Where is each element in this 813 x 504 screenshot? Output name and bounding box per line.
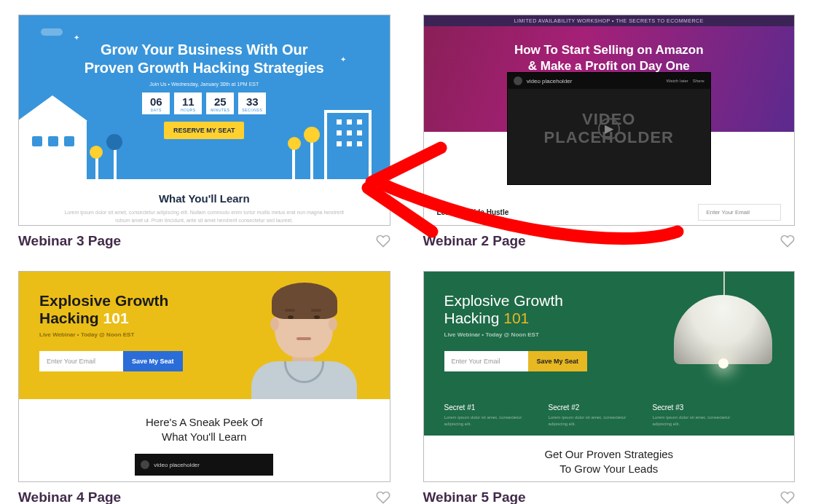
hero-title-line1: Explosive Growth bbox=[444, 292, 563, 309]
video-thumbnail: video placeholder bbox=[135, 454, 273, 476]
hero-title-line1: Grow Your Business With Our bbox=[101, 42, 308, 58]
band-line1: Here's A Sneak Peek Of bbox=[146, 416, 262, 428]
template-title: Webinar 4 Page bbox=[18, 489, 121, 504]
video-player: video placeholder Watch later Share VIDE… bbox=[507, 72, 711, 185]
announcement-bar: LIMITED AVAILABILITY WORKSHOP • THE SECR… bbox=[424, 15, 795, 26]
email-input: Enter Your Email bbox=[39, 351, 123, 371]
video-label: video placeholder bbox=[527, 78, 573, 84]
template-card-webinar-3: ✦ ✦ Grow Your Business With Our Proven G… bbox=[18, 15, 390, 249]
template-thumbnail[interactable]: LIMITED AVAILABILITY WORKSHOP • THE SECR… bbox=[423, 15, 796, 226]
template-grid: ✦ ✦ Grow Your Business With Our Proven G… bbox=[18, 15, 795, 504]
footer-heading: Learn To Side Hustle bbox=[437, 208, 509, 216]
save-seat-button: Save My Seat bbox=[123, 351, 183, 371]
hero-title-line1: How To Start Selling on Amazon bbox=[514, 43, 704, 57]
hero-subtitle: Join Us • Wednesday, January 30th at 1PM… bbox=[19, 82, 390, 87]
template-title: Webinar 3 Page bbox=[18, 233, 121, 249]
play-icon: ▶ bbox=[598, 118, 620, 140]
band-line2: To Grow Your Leads bbox=[559, 462, 658, 475]
template-thumbnail[interactable]: Explosive Growth Hacking 101 Live Webina… bbox=[423, 271, 796, 482]
favorite-icon[interactable] bbox=[780, 234, 795, 248]
template-title: Webinar 2 Page bbox=[423, 233, 526, 249]
save-seat-button: Save My Seat bbox=[528, 351, 588, 371]
hero-title-line2: Proven Growth Hacking Strategies bbox=[85, 60, 324, 76]
favorite-icon[interactable] bbox=[376, 234, 390, 248]
template-card-webinar-4: Explosive Growth Hacking 101 Live Webina… bbox=[18, 271, 390, 504]
secrets-row: Secret #1Lorem ipsum dolor sit amet, con… bbox=[444, 403, 774, 427]
section-paragraph: Lorem ipsum dolor sit amet, consectetur … bbox=[19, 209, 390, 224]
band-line1: Get Our Proven Strategies bbox=[544, 448, 673, 460]
band-line2: What You'll Learn bbox=[162, 430, 246, 443]
hero-title-line2: & Make a Profit on Day One bbox=[528, 59, 690, 73]
person-photo bbox=[244, 283, 368, 399]
template-thumbnail[interactable]: ✦ ✦ Grow Your Business With Our Proven G… bbox=[18, 15, 390, 226]
template-card-webinar-2: LIMITED AVAILABILITY WORKSHOP • THE SECR… bbox=[423, 15, 796, 249]
template-title: Webinar 5 Page bbox=[423, 489, 526, 504]
template-thumbnail[interactable]: Explosive Growth Hacking 101 Live Webina… bbox=[18, 271, 390, 482]
template-card-webinar-5: Explosive Growth Hacking 101 Live Webina… bbox=[423, 271, 796, 504]
favorite-icon[interactable] bbox=[376, 490, 390, 504]
email-input: Enter Your Email bbox=[444, 351, 528, 371]
favorite-icon[interactable] bbox=[780, 490, 795, 504]
reserve-seat-button: RESERVE MY SEAT bbox=[164, 122, 244, 139]
email-input: Enter Your Email bbox=[698, 204, 781, 221]
hero-title-line1: Explosive Growth bbox=[39, 292, 168, 309]
section-heading: What You'll Learn bbox=[19, 192, 390, 205]
